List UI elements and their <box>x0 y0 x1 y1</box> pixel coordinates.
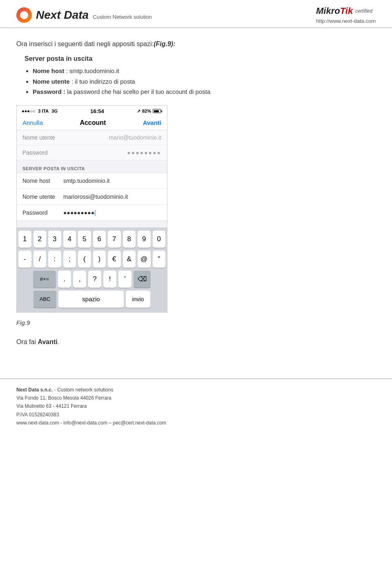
key-2[interactable]: 2 <box>33 231 47 248</box>
key-6[interactable]: 6 <box>93 231 106 248</box>
page-content: Ora inserisci i seguenti dati negli appo… <box>0 28 392 378</box>
outgoing-username-label: Nome utente <box>22 193 63 200</box>
footer-line3: Via Mulinetto 63 - 44121 Ferrara <box>16 402 376 410</box>
footer-line4: P.IVA 01528240383 <box>16 411 376 419</box>
mikrotik-text: MikroTik <box>316 6 353 16</box>
outgoing-username-row[interactable]: Nome utente mariorossi@tuodominio.it <box>17 189 167 205</box>
backspace-key[interactable]: ⌫ <box>134 271 151 288</box>
outgoing-password-row[interactable]: Password ●●●●●●●●● <box>17 205 167 220</box>
brand-logo-area: Next Data Custom Network solution <box>16 7 152 23</box>
key-at[interactable]: @ <box>138 251 151 268</box>
key-7[interactable]: 7 <box>108 231 121 248</box>
key-comma[interactable]: , <box>73 271 86 288</box>
carrier: 3 ITA <box>38 109 49 113</box>
bullet-label-1: Nome host <box>33 67 65 74</box>
faded-password-row: Password ●●●●●●●● <box>17 145 167 160</box>
faded-password-label: Password <box>22 149 59 156</box>
outgoing-password-value: ●●●●●●●●● <box>63 209 96 216</box>
mikrotik-logo-area: MikroTik certified http://www.next-data.… <box>316 6 376 24</box>
brand-name: Next Data <box>36 9 89 21</box>
footer-line2: Via Fondo 11, Bosco Mesola 44026 Ferrara <box>16 394 376 402</box>
list-item: Nome utente : il tuo indirizzo di posta <box>33 76 376 87</box>
company-url: http://www.next-data.com <box>316 18 376 24</box>
key-9[interactable]: 9 <box>138 231 151 248</box>
key-period[interactable]: . <box>58 271 71 288</box>
key-1[interactable]: 1 <box>18 231 31 248</box>
intro-text-fig: (Fig.9): <box>154 40 175 47</box>
status-time: 16:54 <box>90 108 104 114</box>
key-hashtag-plus[interactable]: #+= <box>33 271 56 288</box>
outgoing-section-header: SERVER POSTA IN USCITA <box>17 160 167 173</box>
key-minus[interactable]: - <box>18 251 31 268</box>
instructions-list: Nome host : smtp.tuodominio.it Nome uten… <box>16 66 376 97</box>
key-close-paren[interactable]: ) <box>93 251 106 268</box>
status-bar: ●●●○○ 3 ITA 3G 16:54 ↗ 82% <box>17 106 167 116</box>
cancel-button[interactable]: Annulla <box>22 119 43 126</box>
faded-username-label: Nome utente <box>22 134 59 141</box>
virtual-keyboard[interactable]: 1 2 3 4 5 6 7 8 9 0 - / : ; ( <box>17 227 167 312</box>
logo-icon <box>16 7 32 23</box>
conclusion-prefix: Ora fai <box>16 338 38 345</box>
key-space[interactable]: spazio <box>58 291 124 308</box>
footer-line5: www.next-data.com - info@next-data.com –… <box>16 419 376 427</box>
key-question[interactable]: ? <box>88 271 101 288</box>
phone-screenshot: ●●●○○ 3 ITA 3G 16:54 ↗ 82% Annulla Accou… <box>16 105 167 313</box>
list-item: Nome host : smtp.tuodominio.it <box>33 66 376 76</box>
mikrotik-tik: Tik <box>340 6 353 16</box>
key-euro[interactable]: € <box>108 251 121 268</box>
key-ampersand[interactable]: & <box>123 251 136 268</box>
certified-text: certified <box>355 8 372 14</box>
status-bar-right: ↗ 82% <box>137 109 162 114</box>
key-0[interactable]: 0 <box>153 231 166 248</box>
bullet-value-1: : smtp.tuodominio.it <box>66 67 119 74</box>
bullet-value-2: : il tuo indirizzo di posta <box>71 78 135 85</box>
keyboard-row-numbers: 1 2 3 4 5 6 7 8 9 0 <box>18 231 165 248</box>
backspace-icon: ⌫ <box>138 275 147 283</box>
instructions-block: Server posta in uscita Nome host : smtp.… <box>16 55 376 97</box>
status-bar-left: ●●●○○ 3 ITA 3G <box>22 109 58 113</box>
hostname-row[interactable]: Nome host smtp.tuodominio.it <box>17 173 167 189</box>
key-5[interactable]: 5 <box>78 231 91 248</box>
footer-line1: Next Data s.n.c. - Custom network soluti… <box>16 386 376 394</box>
nav-bar[interactable]: Annulla Account Avanti <box>17 116 167 130</box>
keyboard-row-special: #+= . , ? ! ' ⌫ <box>18 271 165 288</box>
server-section-title: Server posta in uscita <box>24 55 376 62</box>
footer-company: Next Data s.n.c. <box>16 387 53 393</box>
key-8[interactable]: 8 <box>123 231 136 248</box>
list-item: Password : la password che hai scelto pe… <box>33 87 376 97</box>
keyboard-row-bottom: ABC spazio invio <box>18 291 165 308</box>
bullet-value-3: la password che hai scelto per il tuo ac… <box>67 88 210 95</box>
key-quote[interactable]: " <box>153 251 166 268</box>
bullet-label-3: Password : <box>33 88 65 95</box>
outgoing-form-section: Nome host smtp.tuodominio.it Nome utente… <box>17 173 167 221</box>
outgoing-password-label: Password <box>22 209 63 216</box>
key-colon[interactable]: : <box>48 251 61 268</box>
key-open-paren[interactable]: ( <box>78 251 91 268</box>
fig-caption: Fig.9 <box>16 319 376 326</box>
nav-title: Account <box>80 119 106 127</box>
footer-tagline: - Custom network solutions <box>54 387 114 393</box>
key-semicolon[interactable]: ; <box>63 251 76 268</box>
faded-username-value: mario@tuodominio.it <box>109 134 161 141</box>
battery-percent: 82% <box>142 109 151 113</box>
key-exclaim[interactable]: ! <box>103 271 116 288</box>
brand-text: Next Data Custom Network solution <box>36 9 152 22</box>
signal-indicator: ●●●○○ <box>22 109 35 113</box>
key-slash[interactable]: / <box>33 251 47 268</box>
brand-tagline: Custom Network solution <box>93 14 152 20</box>
network-type: 3G <box>51 109 58 113</box>
intro-paragraph: Ora inserisci i seguenti dati negli appo… <box>16 40 376 48</box>
battery-icon <box>153 109 162 113</box>
key-return[interactable]: invio <box>126 291 150 308</box>
page-footer: Next Data s.n.c. - Custom network soluti… <box>0 378 392 434</box>
key-apostrophe[interactable]: ' <box>118 271 131 288</box>
key-4[interactable]: 4 <box>63 231 76 248</box>
next-button[interactable]: Avanti <box>143 119 161 126</box>
key-3[interactable]: 3 <box>48 231 61 248</box>
keyboard-spacer <box>17 221 167 227</box>
key-abc[interactable]: ABC <box>33 291 56 308</box>
faded-username-row: Nome utente mario@tuodominio.it <box>17 130 167 145</box>
conclusion-bold: Avanti <box>38 338 57 345</box>
form-area: Nome utente mario@tuodominio.it Password… <box>17 130 167 312</box>
intro-text-prefix: Ora inserisci i seguenti dati negli appo… <box>16 40 154 47</box>
